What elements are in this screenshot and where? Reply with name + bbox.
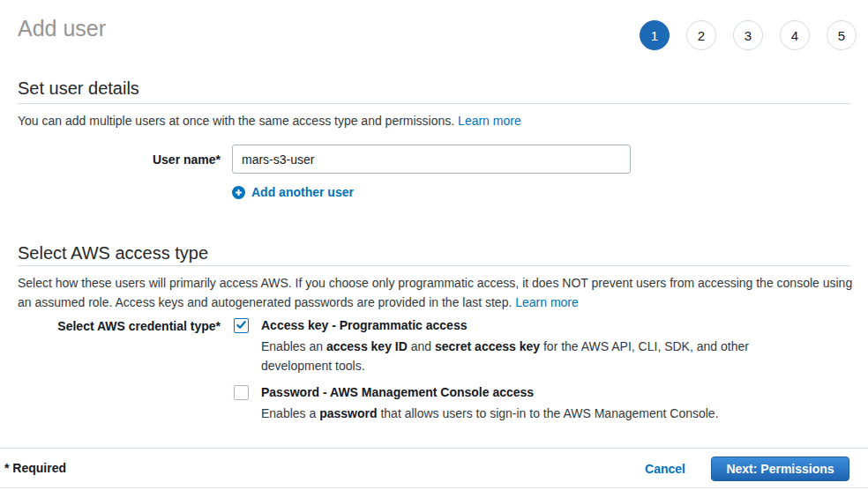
desc-segment-bold: secret access key bbox=[435, 339, 540, 353]
username-input[interactable] bbox=[232, 145, 631, 174]
wizard-step-number: 5 bbox=[838, 28, 845, 43]
plus-circle-icon bbox=[232, 186, 245, 199]
footer-divider bbox=[0, 448, 868, 449]
required-note: * Required bbox=[4, 461, 66, 475]
cancel-button[interactable]: Cancel bbox=[645, 462, 685, 476]
add-another-user-label: Add another user bbox=[251, 185, 354, 199]
wizard-steps: 1 2 3 4 5 bbox=[640, 20, 857, 50]
desc-segment: Enables an bbox=[261, 339, 326, 353]
wizard-step-4: 4 bbox=[780, 20, 810, 50]
desc-segment: and bbox=[408, 339, 435, 353]
access-key-option-title: Access key - Programmatic access bbox=[261, 317, 755, 333]
wizard-step-number: 3 bbox=[745, 28, 752, 43]
username-label: User name* bbox=[18, 152, 221, 167]
wizard-step-3: 3 bbox=[733, 20, 763, 50]
access-key-option-content: Access key - Programmatic access Enables… bbox=[261, 317, 755, 375]
add-another-user-button[interactable]: Add another user bbox=[232, 185, 354, 199]
wizard-step-number: 2 bbox=[698, 28, 705, 43]
desc-segment-bold: access key ID bbox=[326, 339, 408, 353]
access-type-intro: Select how these users will primarily ac… bbox=[18, 273, 861, 312]
password-option-description: Enables a password that allows users to … bbox=[261, 404, 755, 423]
password-checkbox[interactable] bbox=[234, 385, 249, 400]
page-bottom-border bbox=[0, 487, 868, 488]
wizard-step-number: 1 bbox=[651, 28, 658, 43]
learn-more-link-access-type[interactable]: Learn more bbox=[515, 295, 579, 309]
add-user-page: Add user 1 2 3 4 5 Set user details You … bbox=[0, 0, 868, 490]
access-key-checkbox[interactable] bbox=[234, 318, 249, 333]
desc-segment: that allows users to sign-in to the AWS … bbox=[378, 406, 719, 420]
wizard-step-number: 4 bbox=[791, 28, 798, 43]
user-details-intro: You can add multiple users at once with … bbox=[18, 111, 521, 130]
next-permissions-button[interactable]: Next: Permissions bbox=[711, 457, 849, 481]
credential-type-label: Select AWS credential type* bbox=[18, 319, 221, 333]
desc-segment-bold: password bbox=[319, 406, 377, 420]
wizard-step-5: 5 bbox=[827, 20, 857, 50]
wizard-step-2: 2 bbox=[686, 20, 716, 50]
section-heading-user-details: Set user details bbox=[18, 78, 850, 104]
password-option-content: Password - AWS Management Console access… bbox=[261, 384, 755, 423]
access-key-option-description: Enables an access key ID and secret acce… bbox=[261, 337, 755, 375]
page-title: Add user bbox=[18, 16, 106, 41]
checkmark-icon bbox=[236, 318, 247, 334]
password-option: Password - AWS Management Console access… bbox=[234, 384, 755, 423]
wizard-step-1: 1 bbox=[640, 20, 670, 50]
password-option-title: Password - AWS Management Console access bbox=[261, 384, 755, 400]
learn-more-link-user-details[interactable]: Learn more bbox=[458, 114, 521, 128]
access-key-option: Access key - Programmatic access Enables… bbox=[234, 317, 755, 375]
access-type-intro-text: Select how these users will primarily ac… bbox=[18, 276, 852, 309]
section-heading-access-type: Select AWS access type bbox=[18, 243, 850, 266]
user-details-intro-text: You can add multiple users at once with … bbox=[18, 114, 454, 128]
desc-segment: Enables a bbox=[261, 406, 319, 420]
